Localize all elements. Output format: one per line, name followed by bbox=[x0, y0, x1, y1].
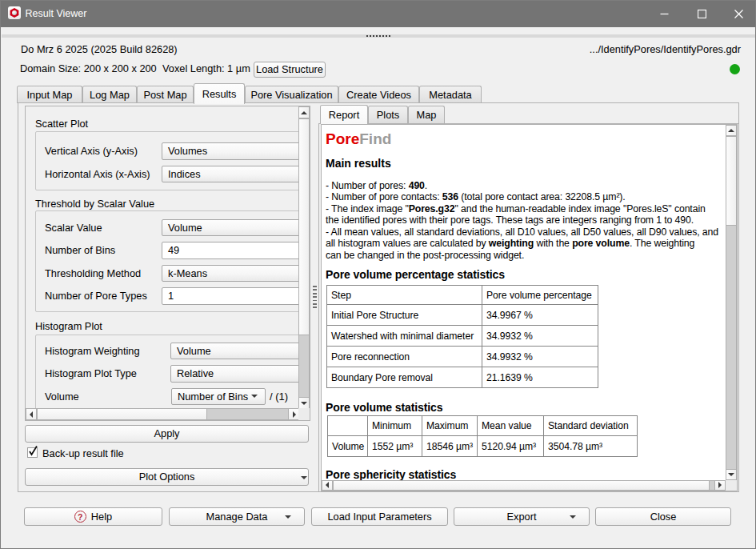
scroll-left-icon bbox=[30, 411, 33, 418]
table-header-cell: Standard deviation bbox=[544, 416, 638, 436]
report-scroll-right-button[interactable] bbox=[714, 480, 726, 491]
tab-label: Create Videos bbox=[346, 89, 411, 101]
scroll-up-button[interactable] bbox=[298, 106, 310, 118]
table-header-cell: Pore volume percentage bbox=[482, 286, 598, 305]
table-header-cell: Minimum bbox=[368, 416, 422, 436]
result-file-path: .../IdentifyPores/IdentifyPores.gdr bbox=[421, 43, 741, 55]
scroll-up-icon bbox=[301, 111, 307, 114]
report-scrollbar-corner bbox=[726, 480, 737, 491]
backup-checkbox[interactable] bbox=[27, 447, 38, 458]
report-hscroll-handle[interactable] bbox=[333, 480, 710, 491]
export-button[interactable]: Export bbox=[454, 507, 590, 526]
domain-size-text: Domain Size: 200 x 200 x 200 bbox=[20, 62, 157, 74]
input-number-of-bins[interactable]: 49 bbox=[162, 242, 298, 259]
report-line: - All mean values, all standard deviatio… bbox=[326, 226, 718, 238]
scroll-down-icon bbox=[301, 402, 307, 405]
scroll-left-button[interactable] bbox=[26, 408, 37, 420]
table-cell: 34.9967 % bbox=[482, 305, 598, 326]
tab-metadata[interactable]: Metadata bbox=[419, 86, 482, 103]
vsplitter-dots bbox=[313, 286, 317, 311]
report-line: all histogram values are calculated by w… bbox=[326, 238, 718, 250]
report-scroll-up-button[interactable] bbox=[726, 125, 737, 137]
combo-value: Number of Bins bbox=[178, 391, 248, 403]
label-vertical-axis: Vertical Axis (y-Axis) bbox=[45, 142, 138, 160]
horizontal-splitter-handle[interactable] bbox=[2, 34, 756, 38]
tab-label: Post Map bbox=[143, 89, 186, 101]
porefind-logo-secondary: Find bbox=[359, 130, 391, 147]
report-scroll-down-button[interactable] bbox=[726, 469, 737, 481]
report-scroll-up-icon bbox=[728, 129, 734, 132]
manage-data-button[interactable]: Manage Data bbox=[169, 507, 305, 526]
settings-vscroll-handle[interactable] bbox=[298, 118, 310, 335]
tab-label: Results bbox=[202, 88, 237, 100]
settings-scroll-area: Scatter Plot Vertical Axis (y-Axis) Volu… bbox=[25, 106, 310, 421]
button-label: Load Input Parameters bbox=[327, 511, 431, 523]
settings-viewport: Scatter Plot Vertical Axis (y-Axis) Volu… bbox=[26, 106, 298, 408]
settings-vscrollbar[interactable] bbox=[298, 106, 310, 408]
report-vscroll-handle[interactable] bbox=[726, 136, 737, 226]
combo-scalar-value[interactable]: Volume bbox=[162, 219, 298, 237]
combo-volume-bins[interactable]: Number of Bins bbox=[171, 388, 266, 406]
report-vscrollbar[interactable] bbox=[726, 125, 737, 480]
table-cell: Watershed with minimal diameter bbox=[327, 326, 482, 347]
close-button[interactable] bbox=[720, 1, 756, 27]
tab-report[interactable]: Report bbox=[320, 105, 368, 125]
backup-checkbox-label[interactable]: Back-up result file bbox=[42, 447, 124, 459]
report-scroll-left-button[interactable] bbox=[322, 480, 333, 491]
button-label: Plot Options bbox=[139, 471, 195, 483]
combo-value: Volume bbox=[168, 222, 202, 234]
settings-hscrollbar[interactable] bbox=[26, 408, 298, 420]
tab-pore-visualization[interactable]: Pore Visualization bbox=[245, 86, 338, 103]
combo-histogram-weighting[interactable]: Volume bbox=[170, 343, 298, 360]
group-title-histogram-plot: Histogram Plot bbox=[35, 320, 102, 332]
pore-volume-statistics-table: MinimumMaximumMean valueStandard deviati… bbox=[327, 415, 638, 457]
combo-thresholding-method[interactable]: k-Means bbox=[162, 265, 298, 283]
combo-dropdown-icon bbox=[251, 395, 258, 398]
group-title-threshold: Threshold by Scalar Value bbox=[35, 198, 154, 210]
combo-histogram-plot-type[interactable]: Relative bbox=[170, 365, 298, 383]
load-input-parameters-button[interactable]: Load Input Parameters bbox=[311, 507, 448, 526]
table-cell: 34.9932 % bbox=[482, 347, 598, 367]
tab-create-videos[interactable]: Create Videos bbox=[338, 86, 419, 103]
table-cell: 1552 µm³ bbox=[368, 436, 422, 457]
tab-label: Input Map bbox=[27, 89, 73, 101]
minimize-button[interactable] bbox=[646, 1, 682, 27]
tab-post-map[interactable]: Post Map bbox=[137, 86, 194, 103]
input-value: 49 bbox=[168, 244, 179, 256]
label-histogram-plot-type: Histogram Plot Type bbox=[45, 365, 137, 383]
report-scroll-right-icon bbox=[718, 482, 722, 488]
load-structure-button[interactable]: Load Structure bbox=[254, 62, 326, 78]
combo-value: Volume bbox=[177, 345, 211, 357]
table-cell: 21.1639 % bbox=[482, 367, 598, 388]
tab-label: Metadata bbox=[429, 89, 471, 101]
report-hscrollbar[interactable] bbox=[322, 480, 726, 491]
tab-map[interactable]: Map bbox=[408, 106, 445, 123]
tab-results[interactable]: Results bbox=[194, 83, 245, 104]
settings-hscroll-handle[interactable] bbox=[37, 408, 207, 420]
maximize-button[interactable] bbox=[683, 1, 720, 27]
table-cell: 3504.78 µm³ bbox=[544, 436, 638, 457]
minimize-icon bbox=[660, 10, 669, 18]
scroll-down-button[interactable] bbox=[298, 397, 310, 409]
tab-log-map[interactable]: Log Map bbox=[82, 86, 137, 103]
tab-input-map[interactable]: Input Map bbox=[17, 86, 82, 103]
label-volume: Volume bbox=[45, 388, 79, 406]
close-dialog-button[interactable]: Close bbox=[595, 507, 731, 526]
label-histogram-weighting: Histogram Weighting bbox=[45, 343, 140, 360]
combo-vertical-axis[interactable]: Volumes bbox=[162, 142, 298, 160]
button-label: Close bbox=[650, 511, 677, 523]
tab-plots[interactable]: Plots bbox=[368, 106, 408, 123]
combo-horizontal-axis[interactable]: Indices bbox=[162, 166, 298, 183]
vertical-splitter-handle[interactable] bbox=[311, 106, 318, 421]
checkmark-icon bbox=[28, 445, 39, 457]
apply-button[interactable]: Apply bbox=[25, 425, 309, 443]
scrollbar-corner bbox=[298, 408, 310, 420]
combo-value: Indices bbox=[168, 168, 201, 180]
pore-volume-statistics-heading: Pore volume statistics bbox=[326, 401, 442, 414]
plot-options-button[interactable]: Plot Options bbox=[25, 468, 309, 486]
table-cell: 5120.94 µm³ bbox=[478, 436, 544, 457]
help-button[interactable]: ? Help bbox=[24, 507, 162, 526]
input-number-of-pore-types[interactable]: 1 bbox=[162, 287, 298, 305]
table-cell: Pore reconnection bbox=[327, 347, 482, 367]
table-cell: Initial Pore Structure bbox=[327, 305, 482, 326]
